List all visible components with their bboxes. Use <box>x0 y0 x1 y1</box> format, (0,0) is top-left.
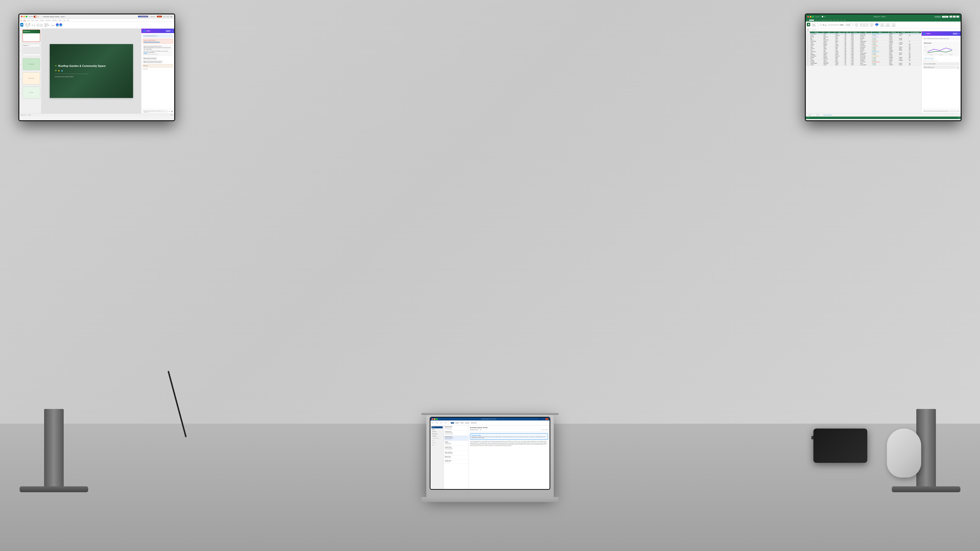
comments-button[interactable]: Comments <box>149 16 156 17</box>
copilot-ribbon-btn[interactable]: Copilot <box>59 23 62 27</box>
add-to-sheet-btn[interactable]: + Add to a new sheet <box>923 57 934 60</box>
tab-view[interactable]: View <box>63 20 65 21</box>
excel-close[interactable]: ✕ <box>956 16 959 17</box>
align-left-btn[interactable] <box>828 24 830 26</box>
slide-thumb-wrapper-1[interactable]: 1 Rooftop Garden & Community Space <box>20 30 40 43</box>
tab-help[interactable]: Help <box>67 20 69 21</box>
excel-maximize-btn[interactable] <box>812 16 814 17</box>
outlook-min-btn[interactable] <box>434 418 436 420</box>
col-header-type[interactable]: Type <box>860 32 872 33</box>
email-item-5[interactable]: Joseph Pullman FW: Project Update Q4 Ple… <box>444 446 468 451</box>
bold-btn[interactable]: B <box>32 24 33 26</box>
tab-animations[interactable]: Animations <box>46 20 51 21</box>
name-box[interactable]: A1 <box>807 29 814 31</box>
sidebar-item-notes[interactable]: Notes <box>431 440 443 441</box>
cell-lead-22[interactable]: Naomi <box>835 64 844 66</box>
maximize-btn[interactable] <box>26 16 27 17</box>
cell-start-22[interactable]: 10/16/22 <box>889 64 899 66</box>
notes-btn[interactable]: Notes <box>28 114 30 116</box>
excel-tab-formulas[interactable]: Formulas <box>828 20 832 21</box>
tab-file[interactable]: File <box>20 19 22 21</box>
copilot-input-field[interactable]: Describe what you'd like to do, or type … <box>143 110 168 113</box>
get-addins-group[interactable]: Get Add-ins <box>892 23 896 27</box>
apply-modern-style-btn[interactable]: Apply a modern style to the presentation <box>143 60 163 63</box>
copilot-mic-icon[interactable]: 🎤 <box>171 110 173 112</box>
excel-font-size[interactable]: 11 <box>819 24 823 26</box>
excel-close-btn[interactable] <box>807 16 809 17</box>
col-header-sqfeet[interactable]: Sq. Feet <box>851 32 860 33</box>
outlook-max-btn[interactable] <box>436 418 438 420</box>
copilot-send-icon[interactable]: ➤ <box>169 110 170 112</box>
present-teams-button[interactable]: 👥 Present Teams <box>138 16 148 17</box>
cell-city-22[interactable]: Ha Noi <box>823 64 835 66</box>
wrap-text-btn[interactable] <box>834 24 836 26</box>
delete-cells-btn[interactable]: Delete <box>863 23 865 27</box>
see-another-insight-btn[interactable]: Can I see another insight? <box>923 62 959 65</box>
align-center-btn[interactable] <box>831 24 833 26</box>
email-item-7[interactable]: Sammie Larks Meeting Tomorrow <box>444 455 468 459</box>
excel-tab-file[interactable]: File <box>807 20 808 21</box>
copilot-close-btn[interactable]: ✕ <box>172 30 173 32</box>
styles-btn[interactable] <box>855 23 858 26</box>
tab-insert[interactable]: Insert <box>27 20 30 21</box>
tab-draw[interactable]: Draw <box>31 20 33 21</box>
col-header-days[interactable]: Proj. Length (days) <box>908 32 921 33</box>
slide-thumb-wrapper-3[interactable]: 3 Rooftop Garden <box>20 58 40 71</box>
tab-transitions[interactable]: Transitions <box>40 20 45 21</box>
autosave-toggle[interactable]: AutoSave ON <box>29 16 39 17</box>
tab-design[interactable]: Design <box>35 20 38 21</box>
minimize-btn[interactable] <box>23 16 25 17</box>
cell-days-22[interactable]: 186 <box>908 64 921 66</box>
excel-tab-help[interactable]: Help <box>843 20 845 21</box>
share-button[interactable]: Share <box>157 16 162 17</box>
excel-share-btn[interactable]: ▼ Share <box>942 16 948 17</box>
cell-country-22[interactable]: Vietnam <box>810 64 823 66</box>
email-item-8[interactable]: Christian Carter Re: Design Files <box>444 459 468 464</box>
email-item-3[interactable]: Samantha Latmos Sustainable Upgrade Roo.… <box>444 436 468 441</box>
analyze-data-group[interactable]: Analyze Data <box>886 23 891 27</box>
reply-all-btn[interactable]: Reply All <box>455 422 459 424</box>
close-window[interactable]: ✕ <box>170 16 173 17</box>
outlook-close-btn[interactable] <box>432 418 433 420</box>
excel-tab-insert[interactable]: Insert <box>815 20 817 21</box>
excel-bold-btn[interactable]: B <box>823 24 824 26</box>
slide-thumb-wrapper-5[interactable]: 5 Solar Power <box>20 86 40 100</box>
tab-home[interactable]: Home <box>23 19 26 21</box>
excel-font-name[interactable]: Aptos (Body) <box>812 24 819 27</box>
editing-excel-btn[interactable] <box>870 23 873 26</box>
format-cells-btn[interactable]: Format <box>866 23 868 27</box>
merge-center-btn[interactable]: Merge & <box>840 24 844 26</box>
copilot-doc-link[interactable]: SBU113_RooftopGardenCommunity.docx <box>144 41 172 42</box>
copilot-outlook-btn[interactable]: 🤖 Copilot <box>465 422 470 424</box>
close-btn[interactable] <box>21 16 22 17</box>
excel-tab-draw[interactable]: Draw <box>818 20 821 21</box>
excel-tab-data[interactable]: Data <box>833 20 835 21</box>
add-animations-btn[interactable]: Add animations to this slide <box>143 57 157 60</box>
excel-min[interactable]: ─ <box>950 16 952 17</box>
maximize-window[interactable]: □ <box>166 16 169 17</box>
col-header-country[interactable]: Country <box>810 32 823 33</box>
outlook-file-tab[interactable]: File <box>432 422 433 423</box>
col-header-start[interactable]: Start Date <box>889 32 899 33</box>
slide-thumb-4[interactable]: Exterior Furniture <box>22 72 40 84</box>
cell-end-22[interactable]: 4/20/23 <box>899 64 908 66</box>
sheet-tab-2[interactable]: Sheet 2 <box>815 114 821 116</box>
outlook-win-min[interactable]: ─ <box>539 418 541 420</box>
cell-type-22[interactable]: Transportation <box>860 64 872 66</box>
excel-tab-view[interactable]: View <box>840 20 843 21</box>
formula-input[interactable] <box>816 29 960 31</box>
excel-tab-page-layout[interactable]: Page Layout <box>821 20 827 21</box>
excel-paste-btn[interactable]: 📋 <box>807 23 810 26</box>
outlook-home-tab[interactable]: Home <box>436 422 438 423</box>
layout-btn[interactable]: ⊞ <box>28 23 30 26</box>
sheet-tab-1[interactable]: Sheet 1 <box>807 114 814 116</box>
designer-btn[interactable]: Designer <box>56 23 59 27</box>
designer-link[interactable]: Designer <box>143 52 148 53</box>
cell-status-22[interactable]: Complete <box>872 64 889 66</box>
email-item-4[interactable]: Nathalie Re: Meeting Notes Thanks for th… <box>444 441 468 446</box>
sidebar-item-archive[interactable]: Archive <box>431 444 443 446</box>
sidebar-item-inbox[interactable]: Inbox <box>431 426 443 428</box>
sidebar-item-teams-chat[interactable]: Teams Chat <box>431 442 443 444</box>
slide-thumb-1[interactable]: Rooftop Garden & Community Space <box>22 30 40 42</box>
excel-copilot-input[interactable]: Ask a question or make a request about d… <box>923 110 958 113</box>
